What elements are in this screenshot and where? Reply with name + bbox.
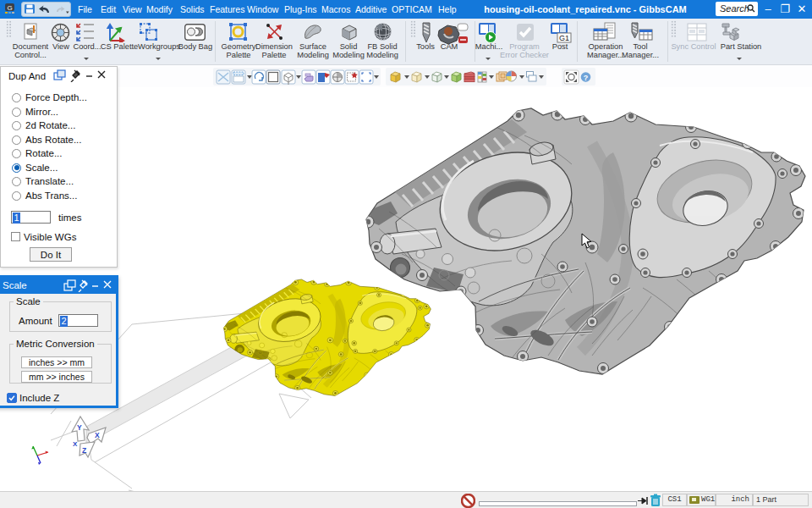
svg-text:Z: Z bbox=[82, 446, 86, 455]
svg-text:X: X bbox=[73, 440, 78, 448]
svg-text:G1: G1 bbox=[559, 34, 569, 42]
svg-text:?: ? bbox=[584, 74, 589, 82]
svg-text:X: X bbox=[95, 431, 100, 439]
svg-text:G: G bbox=[7, 4, 12, 12]
svg-text:Y: Y bbox=[77, 423, 82, 432]
